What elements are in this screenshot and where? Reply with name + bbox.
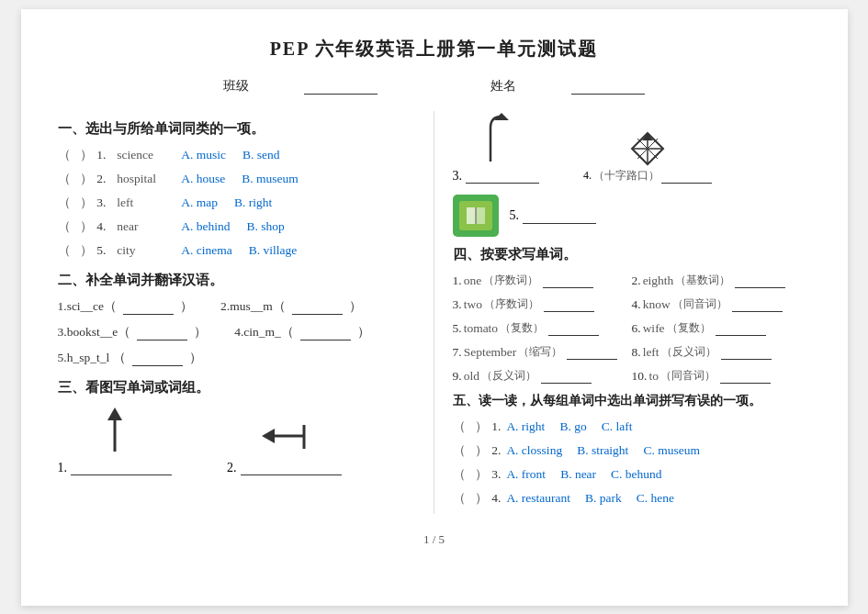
section4-content: 1. one （序数词） 2. eighth （基数词）	[453, 273, 811, 384]
left-column: 一、选出与所给单词同类的一项。 （ ） 1. science A. music …	[58, 111, 434, 514]
svg-marker-1	[107, 407, 122, 420]
sec5-row1: （ ） 1. A. right B. go C. laft	[453, 419, 811, 435]
sec4-row3: 5. tomato （复数） 6. wife （复数）	[453, 320, 811, 336]
q5-row: （ ） 5. city A. cinema B. village	[58, 242, 415, 259]
sec3-item1: 1.	[58, 406, 173, 475]
class-label: 班级	[196, 79, 409, 93]
sec5-row4: （ ） 4. A. restaurant B. park C. hene	[453, 490, 811, 507]
q2-row: （ ） 2. hospital A. house B. museum	[58, 171, 415, 187]
sec5-row2: （ ） 2. A. clossing B. straight C. museum	[453, 442, 811, 459]
sec2-row3: 5.h_sp_t_l （ ）	[58, 350, 415, 366]
sec4-row5: 9. old （反义词） 10. to （同音词）	[453, 368, 811, 384]
exam-page: PEP 六年级英语上册第一单元测试题 班级 姓名 一、选出与所给单词同类的一项。…	[21, 9, 848, 606]
section2-content: 1.sci__ce（ ） 2.mus__m（ ） 3.bookst__e（	[58, 298, 415, 366]
sec3-item3: 3.	[453, 111, 540, 184]
right-column: 3. 4. （十字路	[434, 111, 811, 514]
svg-rect-14	[476, 207, 485, 224]
section3-title: 三、看图写单词或词组。	[58, 379, 415, 396]
sec3-item2: 2.	[227, 421, 342, 475]
book-icon	[453, 195, 499, 237]
svg-marker-3	[262, 429, 275, 443]
section3-content: 1. 2.	[58, 406, 415, 475]
turn-right-icon	[481, 111, 511, 166]
arrow-up-icon	[102, 406, 128, 456]
section5-content: （ ） 1. A. right B. go C. laft （ ） 2. A. …	[453, 419, 811, 507]
page-title: PEP 六年级英语上册第一单元测试题	[58, 37, 811, 61]
crossroads-icon	[630, 131, 665, 166]
sec4-row1: 1. one （序数词） 2. eighth （基数词）	[453, 273, 811, 288]
class-underline	[304, 79, 378, 95]
main-content: 一、选出与所给单词同类的一项。 （ ） 1. science A. music …	[58, 111, 811, 514]
sec3-item4: 4. （十字路口）	[583, 131, 712, 184]
sec2-row1: 1.sci__ce（ ） 2.mus__m（ ）	[58, 298, 415, 315]
sec5-row3: （ ） 3. A. front B. near C. behund	[453, 466, 811, 483]
section1-title: 一、选出与所给单词同类的一项。	[58, 120, 415, 138]
sec3-item5: 5.	[453, 195, 811, 237]
arrow-left-icon	[260, 421, 308, 456]
sec4-row4: 7. September （缩写） 8. left （反义词）	[453, 344, 811, 360]
sec2-row2: 3.bookst__e（ ） 4.cin_m_（ ）	[58, 324, 415, 340]
section2-title: 二、补全单词并翻译汉语。	[58, 272, 415, 289]
page-number: 1 / 5	[58, 532, 811, 547]
section1-questions: （ ） 1. science A. music B. send （ ） 2. h…	[58, 147, 415, 259]
svg-rect-13	[467, 207, 476, 224]
section4-title: 四、按要求写单词。	[453, 246, 811, 263]
sec4-row2: 3. two （序数词） 4. know （同音词）	[453, 296, 811, 312]
q1-row: （ ） 1. science A. music B. send	[58, 147, 415, 163]
section5-title: 五、读一读，从每组单词中选出单词拼写有误的一项。	[453, 393, 811, 409]
q4-row: （ ） 4. near A. behind B. shop	[58, 218, 415, 235]
name-underline	[571, 79, 645, 95]
sec3-right-row1: 3. 4. （十字路	[453, 111, 811, 184]
class-row: 班级 姓名	[58, 78, 811, 95]
name-label: 姓名	[463, 79, 672, 93]
q3-row: （ ） 3. left A. map B. right	[58, 195, 415, 211]
